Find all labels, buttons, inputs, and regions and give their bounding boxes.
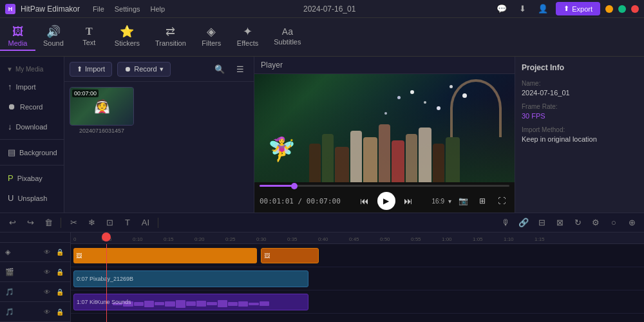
audio-mix-button[interactable]: ⊟ <box>535 216 549 230</box>
progress-fill <box>260 185 294 187</box>
track-2-icon: 🎬 <box>5 268 14 276</box>
player-progress[interactable] <box>254 182 515 189</box>
sidebar-item-record[interactable]: ⏺ Record <box>0 97 64 117</box>
tl-separator-1 <box>61 218 61 228</box>
snapshot-button[interactable]: 📷 <box>455 193 471 209</box>
track-4-visibility[interactable]: 👁 <box>42 307 52 317</box>
record-dropdown-icon: ▾ <box>160 65 164 73</box>
toolbar-transition[interactable]: ⇄ Transition <box>147 23 194 51</box>
list-view-button[interactable]: ☰ <box>232 61 249 77</box>
media-icon: 🖼 <box>12 26 24 37</box>
download-icon2: ↓ <box>8 122 12 131</box>
thumb-duration: 00:07:00 <box>72 90 99 97</box>
track-row-4 <box>71 314 644 322</box>
track-1-visibility[interactable]: 👁 <box>42 247 52 257</box>
ai-button[interactable]: AI <box>138 216 153 230</box>
prev-frame-button[interactable]: ⏮ <box>357 193 372 209</box>
playhead-marker[interactable] <box>102 232 111 242</box>
track-4-icon: 🎵 <box>5 308 14 316</box>
info-name-label: Name: <box>522 80 638 87</box>
player-header: Player <box>254 57 515 74</box>
minimize-button[interactable]: － <box>605 5 613 13</box>
toolbar-sound[interactable]: 🔊 Sound <box>35 23 71 51</box>
menu-settings[interactable]: Settings <box>115 5 140 13</box>
freeze-button[interactable]: ❄ <box>84 216 99 230</box>
title-center: 2024-07-16_01 <box>303 5 355 14</box>
player-time: 00:01:01 / 00:07:00 <box>260 197 341 205</box>
cut-button[interactable]: ✂ <box>66 216 80 230</box>
search-button[interactable]: 🔍 <box>211 61 228 77</box>
plus-circle-button[interactable]: ⊕ <box>625 216 639 230</box>
toolbar-text[interactable]: T Text <box>71 24 107 50</box>
toolbar-group: 🖼 Media 🔊 Sound T Text ⭐ Stickers ⇄ Tran… <box>0 18 308 56</box>
toolbar-subtitles[interactable]: Aa Subtitles <box>266 24 308 50</box>
info-import-row: Import Method: Keep in original location <box>522 126 638 143</box>
fullscreen-button[interactable]: ⛶ <box>494 193 509 209</box>
export-icon: ⬆ <box>564 5 569 13</box>
sidebar: ▼ My Media ↑ Import ⏺ Record ↓ Download … <box>0 57 64 213</box>
clip-video-main[interactable]: 0:07 Pixabay_21269B <box>73 270 308 287</box>
export-button[interactable]: ⬆ Export <box>556 2 600 15</box>
track-2-visibility[interactable]: 👁 <box>42 267 52 277</box>
track-3-lock[interactable]: 🔒 <box>55 287 65 297</box>
track-2-lock[interactable]: 🔒 <box>55 267 65 277</box>
split-audio-button[interactable]: ⊠ <box>553 216 567 230</box>
track-1-lock[interactable]: 🔒 <box>55 247 65 257</box>
progress-bar[interactable] <box>260 185 509 187</box>
sidebar-item-download[interactable]: ↓ Download <box>0 117 64 137</box>
clip-audio-main[interactable]: 1:07 KitKune Sounds <box>73 294 308 310</box>
track-3-visibility[interactable]: 👁 <box>42 287 52 297</box>
clip-yellow-2[interactable]: 🖼 <box>261 248 319 263</box>
progress-thumb[interactable] <box>291 183 298 189</box>
track-3-icon: 🎵 <box>5 288 14 296</box>
sidebar-section-my-media[interactable]: ▼ My Media <box>0 62 64 77</box>
import-button[interactable]: ⬆ Import <box>70 62 112 77</box>
titlebar-controls: 💬 ⬇ 👤 ⬆ Export － □ ✕ <box>494 1 639 17</box>
track-4-lock[interactable]: 🔒 <box>55 307 65 317</box>
chat-icon[interactable]: 💬 <box>494 1 509 17</box>
next-frame-button[interactable]: ⏭ <box>401 193 416 209</box>
delete-button[interactable]: 🗑 <box>41 216 55 230</box>
toolbar-stickers[interactable]: ⭐ Stickers <box>107 23 147 51</box>
circle-button[interactable]: ○ <box>607 216 621 230</box>
microphone-button[interactable]: 🎙 <box>498 216 513 230</box>
settings-tl-button[interactable]: ⚙ <box>589 216 603 230</box>
loop-button[interactable]: ↻ <box>571 216 585 230</box>
link-button[interactable]: 🔗 <box>516 216 531 230</box>
sound-icon: 🔊 <box>46 26 61 37</box>
menu-file[interactable]: File <box>93 5 104 13</box>
clip-audio-label: 1:07 KitKune Sounds <box>77 299 131 305</box>
undo-button[interactable]: ↩ <box>5 216 19 230</box>
timeline-tracks-header: ◈ 👁 🔒 🎬 👁 🔒 🎵 👁 🔒 <box>0 232 71 322</box>
toolbar-media[interactable]: 🖼 Media <box>0 23 35 51</box>
sidebar-item-pixabay[interactable]: P Pixabay <box>0 168 64 188</box>
sidebar-item-import[interactable]: ↑ Import <box>0 77 64 97</box>
sidebar-item-unsplash[interactable]: U Unsplash <box>0 188 64 208</box>
app-icon: H <box>5 4 15 14</box>
split-button[interactable]: ⊡ <box>102 216 117 230</box>
account-icon[interactable]: 👤 <box>535 1 551 17</box>
clip-yellow-1[interactable]: 🖼 <box>73 248 257 263</box>
close-button[interactable]: ✕ <box>631 5 639 13</box>
download-icon[interactable]: ⬇ <box>515 1 530 17</box>
unsplash-icon: U <box>8 193 14 203</box>
menu-help[interactable]: Help <box>151 5 166 13</box>
main-layout: ▼ My Media ↑ Import ⏺ Record ↓ Download … <box>0 57 644 213</box>
text-clip-button[interactable]: T <box>120 216 135 230</box>
maximize-button[interactable]: □ <box>618 5 626 13</box>
play-button[interactable]: ▶ <box>377 192 395 210</box>
record-button[interactable]: ⏺ Record ▾ <box>117 62 170 77</box>
grid-button[interactable]: ⊞ <box>475 193 490 209</box>
track-header-1: ◈ 👁 🔒 <box>0 243 70 263</box>
transition-icon: ⇄ <box>166 26 175 37</box>
toolbar-effects[interactable]: ✦ Effects <box>229 23 266 51</box>
toolbar-filters[interactable]: ◈ Filters <box>194 23 229 51</box>
sidebar-item-background[interactable]: ▤ Background <box>0 142 64 162</box>
media-thumb-wedding[interactable]: 00:07:00 20240716031457 <box>70 87 134 134</box>
redo-button[interactable]: ↪ <box>23 216 37 230</box>
track-1-controls: 👁 🔒 <box>42 247 65 257</box>
subtitles-icon: Aa <box>282 27 293 36</box>
track-row-2: 0:07 Pixabay_21269B <box>71 267 644 290</box>
player-video: 🧚‍♀️ <box>254 74 515 182</box>
media-toolbar-right: 🔍 ☰ <box>211 61 249 77</box>
